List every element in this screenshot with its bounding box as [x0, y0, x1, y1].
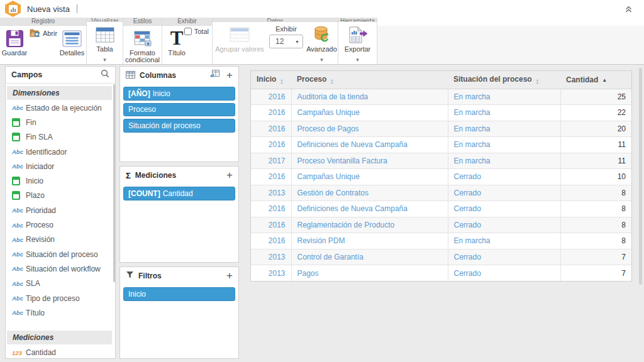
- field-type-icon: [12, 280, 26, 287]
- tabla-button[interactable]: Tabla: [87, 22, 123, 64]
- filter-chip[interactable]: Inicio: [123, 287, 235, 301]
- table-row: 2016 Reglamentación de Producto Cerrado …: [251, 217, 631, 233]
- cell-inicio: 2016: [251, 201, 291, 217]
- measure-chip[interactable]: [COUNT] Cantidad: [123, 187, 235, 200]
- ribbon: Registro Guardar Abrir: [0, 18, 644, 65]
- sidebar-scrollbar[interactable]: [113, 84, 115, 357]
- results-table: Inicio Proceso Situación del proceso Can…: [250, 70, 632, 282]
- pivot-icon[interactable]: [209, 70, 219, 81]
- field-item[interactable]: SLA: [6, 277, 115, 291]
- cell-proceso: Campañas Unique: [291, 169, 448, 185]
- agrupar-valores-button: Agrupar valores: [213, 22, 267, 64]
- cell-cantidad: 8: [560, 201, 631, 217]
- database-advanced-icon: [313, 23, 330, 46]
- detalles-button[interactable]: Detalles: [58, 26, 86, 64]
- cell-inicio: 2013: [251, 265, 291, 282]
- field-item[interactable]: Situación del proceso: [6, 247, 115, 261]
- cell-proceso: Pagos: [291, 265, 448, 282]
- column-header[interactable]: Situación del proceso: [448, 71, 560, 89]
- field-item[interactable]: Cantidad: [6, 345, 115, 359]
- group-datos: Datos Agrupar valores Exhibir 12 ▼ Avanz: [213, 18, 338, 64]
- dimensiones-section-label: Dimensiones: [7, 86, 112, 100]
- table-row: 2013 Gestión de Contratos Cerrado 8: [251, 185, 631, 201]
- tabla-dropdown-caret-icon[interactable]: [103, 53, 106, 64]
- field-item[interactable]: Tipo de proceso: [6, 291, 115, 305]
- add-column-button[interactable]: [226, 70, 233, 81]
- columnas-chips: [AÑO] Inicio Proceso Situación del proce…: [120, 84, 238, 136]
- cell-inicio: 2016: [251, 233, 291, 250]
- field-type-icon: [12, 222, 26, 229]
- total-checkbox[interactable]: [184, 28, 192, 35]
- avanzado-dropdown-caret-icon[interactable]: [320, 53, 323, 64]
- field-item[interactable]: Fin: [6, 115, 115, 129]
- sort-icon[interactable]: [330, 79, 333, 84]
- field-item[interactable]: Proceso: [6, 217, 115, 232]
- columnas-panel: Columnas [AÑO] Inicio Proceso Situación …: [119, 66, 239, 162]
- title-cursor: [77, 4, 77, 13]
- column-header[interactable]: Inicio: [251, 71, 291, 89]
- collapse-ribbon-icon[interactable]: [625, 4, 633, 16]
- cell-situacion: En marcha: [448, 137, 560, 153]
- cell-proceso: Gestión de Contratos: [291, 185, 448, 201]
- field-item[interactable]: Inicio: [6, 173, 115, 188]
- field-item[interactable]: Iniciador: [6, 159, 115, 173]
- field-item[interactable]: Revisión: [6, 233, 115, 247]
- sort-icon[interactable]: [280, 79, 283, 84]
- sort-icon[interactable]: [536, 79, 539, 84]
- search-icon[interactable]: [101, 69, 109, 80]
- cell-inicio: 2016: [251, 137, 291, 153]
- mediciones-panel: Mediciones [COUNT] Cantidad: [119, 166, 239, 263]
- exportar-dropdown-caret-icon[interactable]: [356, 53, 359, 64]
- cell-inicio: 2017: [251, 153, 291, 169]
- group-visualizar: Visualizar Tabla: [87, 18, 123, 64]
- cell-cantidad: 8: [560, 233, 631, 250]
- field-item[interactable]: Prioridad: [6, 203, 115, 217]
- columnas-header: Columnas: [120, 67, 238, 84]
- cell-situacion: En marcha: [448, 105, 560, 121]
- cell-situacion: Cerrado: [448, 201, 560, 217]
- field-type-icon: [12, 163, 26, 170]
- exhibir-select[interactable]: 12 ▼: [269, 35, 303, 48]
- add-measure-button[interactable]: [226, 170, 233, 181]
- group-exhibir-label: Exhibir: [162, 18, 212, 26]
- cell-proceso: Proceso Ventanilla Factura: [291, 153, 448, 169]
- column-chip[interactable]: Situación del proceso: [123, 119, 235, 133]
- field-type-icon: [12, 191, 26, 200]
- page-scrollbar[interactable]: [638, 66, 643, 362]
- field-item[interactable]: Estado de la ejecución: [6, 101, 115, 115]
- group-herramienta: Herramienta Exportar: [338, 18, 377, 64]
- mediciones-title: Mediciones: [135, 171, 176, 180]
- add-filter-button[interactable]: [226, 270, 233, 282]
- column-chip[interactable]: [AÑO] Inicio: [123, 87, 235, 101]
- abrir-button[interactable]: Abrir: [30, 28, 57, 38]
- formato-condicional-button[interactable]: Formato condicional: [123, 26, 162, 64]
- mediciones-section-label: Mediciones: [7, 331, 112, 344]
- sort-icon[interactable]: [602, 78, 607, 83]
- field-item[interactable]: Fin SLA: [6, 130, 115, 145]
- field-item[interactable]: Identificador: [6, 145, 115, 159]
- exportar-button[interactable]: Exportar: [338, 22, 377, 64]
- column-chip[interactable]: Proceso: [123, 103, 235, 117]
- column-header[interactable]: Cantidad: [560, 71, 631, 89]
- cell-cantidad: 25: [560, 89, 631, 105]
- cell-inicio: 2013: [251, 185, 291, 201]
- field-item[interactable]: Plazo: [6, 189, 115, 203]
- field-type-icon: [12, 309, 26, 316]
- view-title[interactable]: Nueva vista: [27, 4, 70, 14]
- table-row: 2016 Definiciones de Nueva Campaña En ma…: [251, 137, 631, 153]
- avanzado-button[interactable]: Avanzado: [306, 22, 338, 64]
- details-window-icon: [62, 27, 82, 50]
- table-row: 2017 Proceso Ventanilla Factura En march…: [251, 153, 631, 169]
- ribbon-filler: [377, 18, 644, 64]
- column-header[interactable]: Proceso: [291, 71, 448, 89]
- mediciones-header: Mediciones: [120, 167, 238, 184]
- total-checkbox-label: Total: [194, 28, 209, 35]
- guardar-button[interactable]: Guardar: [0, 26, 29, 64]
- filtros-chips: Inicio: [120, 284, 238, 304]
- field-item[interactable]: Situación del workflow: [6, 261, 115, 276]
- field-type-icon: [12, 104, 26, 111]
- field-item[interactable]: Título: [6, 305, 115, 320]
- table-row: 2013 Pagos Cerrado 7: [251, 265, 631, 282]
- group-registro-label: Registro: [0, 18, 86, 26]
- mediciones-chips: [COUNT] Cantidad: [120, 184, 238, 204]
